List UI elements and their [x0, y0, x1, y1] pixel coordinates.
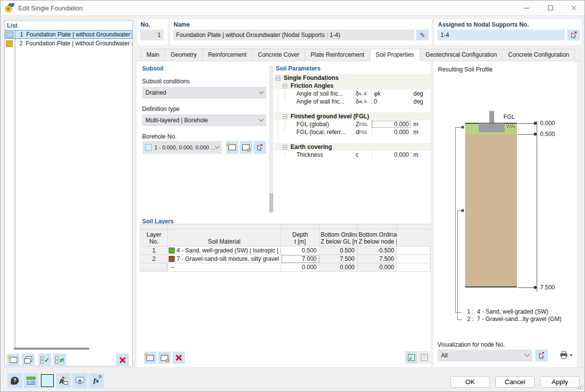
param-symbol: dFGL	[353, 128, 371, 136]
soil-material-cell[interactable]: 4 - Sand, well-graded (SW) | Isotropic |…	[168, 247, 281, 255]
delete-icon	[176, 355, 182, 361]
param-group-earth-covering[interactable]: Earth covering	[274, 143, 431, 151]
foundation-plate-graphic	[479, 123, 505, 132]
param-symbol: δs, d	[353, 90, 371, 98]
col-header-material: Soil Material	[168, 229, 281, 247]
pick-node-button[interactable]	[535, 350, 548, 361]
edit-soil-layer-button[interactable]	[158, 352, 171, 364]
list-item[interactable]: 2 Foundation Plate | without Groundwater…	[5, 39, 132, 48]
depth-cell[interactable]: 0.000	[281, 263, 320, 272]
edit-borehole-button[interactable]	[240, 141, 252, 154]
item-color-swatch	[6, 40, 13, 47]
export-to-excel-button[interactable]: X	[405, 351, 417, 363]
definition-type-select[interactable]: Multi-layered | Borehole	[142, 114, 266, 126]
collapse-icon[interactable]	[283, 114, 287, 119]
bottom-gl-cell: 7.500	[320, 255, 358, 263]
param-group-label: Earth covering	[291, 143, 332, 150]
pick-cursor-icon	[256, 143, 263, 151]
collapse-icon[interactable]	[283, 145, 287, 149]
delete-foundation-button[interactable]	[116, 354, 129, 366]
tab-soil-properties[interactable]: Soil Properties	[370, 49, 420, 61]
bottom-node-cell: 0.000	[358, 263, 397, 272]
param-value[interactable]: 0.000	[371, 128, 411, 136]
apply-button[interactable]: Apply	[540, 376, 580, 388]
name-input[interactable]: Foundation Plate | without Groundwater (…	[173, 30, 414, 40]
legend-entry-2: 2 : 7 - Gravel-sand...lty gravel (GM)	[467, 316, 561, 322]
close-button[interactable]	[563, 0, 585, 15]
col-header-bottom-node: Bottom OrdinateZ below node [m]	[358, 229, 397, 247]
color-swatch-button[interactable]	[41, 374, 54, 387]
display-on-screen-button[interactable]	[73, 373, 87, 388]
subsoil-conditions-label: Subsoil conditions	[142, 78, 190, 85]
param-group-friction[interactable]: Friction Angles	[274, 82, 431, 90]
tab-bar: Main Geometry Reinforcement Concrete Cov…	[141, 49, 575, 61]
assigned-input[interactable]: 1-4	[438, 30, 565, 40]
dimension-line	[537, 121, 537, 292]
tab-concrete-configuration[interactable]: Concrete Configuration	[503, 49, 575, 61]
tab-main[interactable]: Main	[141, 49, 165, 61]
copy-foundation-button[interactable]	[22, 354, 35, 366]
visualization-node-select[interactable]: All	[438, 350, 532, 361]
rename-button[interactable]: ✎	[416, 30, 429, 40]
pencil-icon: ✎	[420, 32, 425, 39]
fgl-label: FGL	[495, 113, 515, 120]
column-stub	[489, 111, 494, 123]
ok-button[interactable]: OK	[450, 376, 490, 388]
new-borehole-button[interactable]: ★	[226, 141, 238, 154]
tab-plate-reinforcement[interactable]: Plate Reinforcement	[305, 49, 370, 61]
invert-selection-button[interactable]: ⇄	[53, 354, 66, 366]
select-all-button[interactable]: ✓	[38, 354, 51, 366]
param-name: FGL (global)	[274, 121, 353, 128]
soil-material-cell[interactable]: --	[168, 263, 281, 272]
pick-cursor-icon	[570, 31, 578, 39]
resize-grip[interactable]	[578, 385, 583, 390]
list-horizontal-scrollbar[interactable]	[14, 348, 89, 350]
tab-reinforcement[interactable]: Reinforcement	[203, 49, 253, 61]
params-scrollbar-thumb[interactable]	[269, 193, 273, 212]
pick-borehole-button[interactable]	[254, 141, 266, 154]
param-group-label: Friction Angles	[291, 82, 333, 89]
import-from-excel-button[interactable]	[418, 351, 430, 363]
borehole-select[interactable]: 1 - 0.000, 0.000, 0.000 ...	[143, 141, 221, 154]
maximize-button[interactable]	[540, 0, 561, 15]
param-row-fgl-local: FGL (local, referr... dFGL 0.000 m	[274, 128, 431, 136]
param-value[interactable]: φk	[371, 90, 411, 98]
soil-material-cell[interactable]: 7 - Gravel-sand-silt mixture, silty grav…	[168, 255, 281, 263]
filler-cell	[397, 255, 431, 263]
param-value[interactable]: 0	[371, 98, 411, 106]
app-icon: 6	[5, 3, 14, 13]
tab-concrete-cover[interactable]: Concrete Cover	[253, 49, 305, 61]
ground-hatch-icon	[506, 125, 514, 128]
depth-cell[interactable]: 7.000	[281, 255, 320, 263]
chevron-down-icon	[259, 116, 264, 121]
assigned-pick-button[interactable]	[567, 30, 580, 40]
add-soil-layer-button[interactable]: ★	[144, 352, 156, 364]
param-group-fgl[interactable]: Finished ground level (FGL)	[274, 112, 431, 120]
params-scrollbar-track[interactable]	[269, 65, 273, 213]
param-name: Angle of wall fric...	[274, 98, 353, 105]
collapse-icon[interactable]	[283, 84, 287, 88]
monitor-icon	[75, 377, 84, 385]
param-value[interactable]: 0.000	[371, 120, 411, 128]
display-settings-button[interactable]: A	[56, 373, 71, 388]
minimize-button[interactable]	[515, 0, 537, 15]
formula-button[interactable]: fx ⚙	[89, 373, 104, 388]
cancel-button[interactable]: Cancel	[495, 376, 535, 388]
material-color-swatch	[169, 256, 175, 262]
collapse-icon[interactable]	[276, 76, 280, 80]
visualization-label: Visualization for node No.	[438, 341, 505, 348]
new-foundation-button[interactable]: ★	[7, 354, 20, 366]
delete-soil-layer-button[interactable]	[173, 352, 185, 364]
print-button[interactable]: ▾	[555, 349, 577, 361]
tab-geotechnical-configuration[interactable]: Geotechnical Configuration	[420, 49, 503, 61]
list-item[interactable]: 1 Foundation Plate | without Groundwater…	[5, 30, 132, 39]
units-settings-button[interactable]: 0.00	[24, 373, 38, 388]
help-button[interactable]: ?	[7, 373, 22, 388]
gear-icon: ⚙	[98, 374, 102, 379]
tab-geometry[interactable]: Geometry	[165, 49, 203, 61]
subsoil-conditions-select[interactable]: Drained	[142, 87, 266, 99]
depth-cell[interactable]: 0.500	[281, 247, 320, 255]
param-root-row[interactable]: Single Foundations	[274, 74, 431, 82]
param-value[interactable]: 0.000	[371, 151, 411, 159]
borehole-value: 1 - 0.000, 0.000, 0.000 ...	[154, 144, 215, 150]
